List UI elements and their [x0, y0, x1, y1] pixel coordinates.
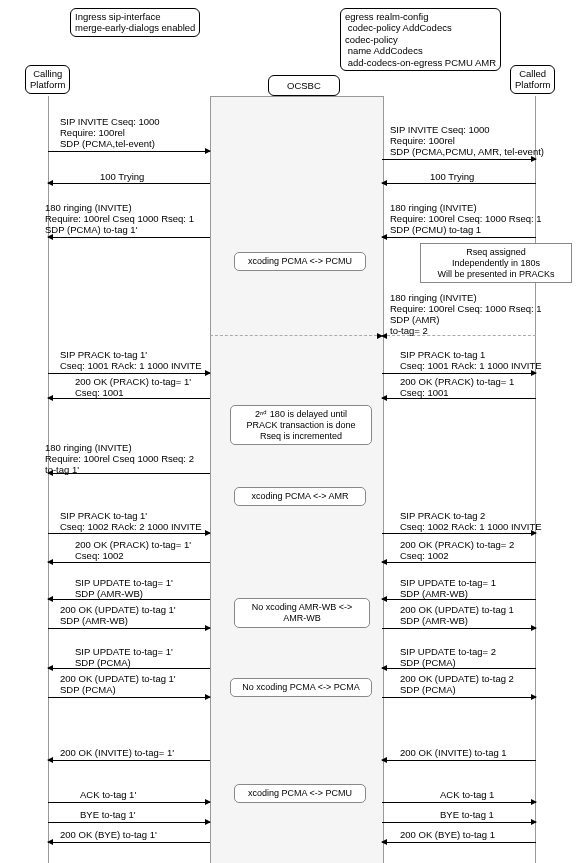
msg-200invite-l: 200 OK (INVITE) to-tag= 1': [60, 748, 174, 759]
msg-ack-l: ACK to-tag 1': [80, 790, 136, 801]
arrow: [48, 760, 210, 761]
arrow: [382, 697, 536, 698]
arrow: [48, 628, 210, 629]
msg-180-l2: 180 ringing (INVITE)Require: 100rel Cseq…: [45, 443, 194, 476]
ingress-config-box: Ingress sip-interfacemerge-early-dialogs…: [70, 8, 200, 37]
msg-update-r2: SIP UPDATE to-tag= 2SDP (PCMA): [400, 647, 496, 669]
msg-update-l1: SIP UPDATE to-tag= 1'SDP (AMR-WB): [75, 578, 173, 600]
arrow: [382, 533, 536, 534]
msg-200update-r1: 200 OK (UPDATE) to-tag 1SDP (AMR-WB): [400, 605, 514, 627]
called-platform-header: CalledPlatform: [510, 65, 555, 94]
msg-200prack-l2: 200 OK (PRACK) to-tag= 1'Cseq: 1002: [75, 540, 191, 562]
note-xcode3: xcoding PCMA <-> PCMU: [234, 784, 366, 803]
msg-100-l: 100 Trying: [100, 172, 144, 183]
arrow: [48, 183, 210, 184]
note-xcode1: xcoding PCMA <-> PCMU: [234, 252, 366, 271]
arrow: [382, 373, 536, 374]
msg-180-r1: 180 ringing (INVITE)Require: 100rel Cseq…: [390, 203, 542, 236]
msg-100-r: 100 Trying: [430, 172, 474, 183]
msg-180-l1: 180 ringing (INVITE)Require: 100rel Cseq…: [45, 203, 194, 236]
arrow: [382, 822, 536, 823]
note-noxcode2: No xcoding PCMA <-> PCMA: [230, 678, 372, 697]
msg-200prack-l1: 200 OK (PRACK) to-tag= 1'Cseq: 1001: [75, 377, 191, 399]
arrow: [382, 842, 536, 843]
msg-prack-l2: SIP PRACK to-tag 1'Cseq: 1002 RAck: 2 10…: [60, 511, 202, 533]
msg-180-r2: 180 ringing (INVITE)Require: 100rel Cseq…: [390, 293, 542, 337]
msg-200update-l2: 200 OK (UPDATE) to-tag 1'SDP (PCMA): [60, 674, 176, 696]
msg-prack-l1: SIP PRACK to-tag 1'Cseq: 1001 RAck: 1 10…: [60, 350, 202, 372]
msg-ack-r: ACK to-tag 1: [440, 790, 494, 801]
msg-prack-r2: SIP PRACK to-tag 2Cseq: 1002 RAck: 1 100…: [400, 511, 542, 533]
arrow: [48, 151, 210, 152]
arrow: [48, 842, 210, 843]
msg-prack-r1: SIP PRACK to-tag 1Cseq: 1001 RAck: 1 100…: [400, 350, 542, 372]
msg-200prack-r1: 200 OK (PRACK) to-tag= 1Cseq: 1001: [400, 377, 514, 399]
arrow: [48, 697, 210, 698]
note-delay: 2ⁿᵈ 180 is delayed untilPRACK transactio…: [230, 405, 372, 445]
note-xcode2: xcoding PCMA <-> AMR: [234, 487, 366, 506]
msg-200update-l1: 200 OK (UPDATE) to-tag 1'SDP (AMR-WB): [60, 605, 176, 627]
note-noxcode1: No xcoding AMR-WB <->AMR-WB: [234, 598, 370, 628]
arrow: [382, 183, 536, 184]
msg-200bye-r: 200 OK (BYE) to-tag 1: [400, 830, 495, 841]
arrow: [382, 760, 536, 761]
arrow: [48, 237, 210, 238]
calling-platform-header: CallingPlatform: [25, 65, 70, 94]
msg-invite-r: SIP INVITE Cseq: 1000Require: 100relSDP …: [390, 125, 544, 158]
arrow: [48, 822, 210, 823]
arrow: [382, 237, 536, 238]
arrow: [48, 802, 210, 803]
arrow: [382, 802, 536, 803]
note-rseq: Rseq assignedIndependently in 180sWill b…: [420, 243, 572, 283]
arrow: [48, 562, 210, 563]
msg-200bye-l: 200 OK (BYE) to-tag 1': [60, 830, 157, 841]
msg-bye-r: BYE to-tag 1: [440, 810, 494, 821]
egress-config-box: egress realm-config codec-policy AddCode…: [340, 8, 501, 71]
ocsbc-header: OCSBC: [268, 75, 340, 96]
msg-update-l2: SIP UPDATE to-tag= 1'SDP (PCMA): [75, 647, 173, 669]
arrow: [382, 159, 536, 160]
msg-200prack-r2: 200 OK (PRACK) to-tag= 2Cseq: 1002: [400, 540, 514, 562]
arrow: [210, 335, 382, 337]
ocsbc-bar: [210, 96, 384, 863]
msg-bye-l: BYE to-tag 1': [80, 810, 136, 821]
msg-200invite-r: 200 OK (INVITE) to-tag 1: [400, 748, 507, 759]
arrow: [48, 373, 210, 374]
msg-update-r1: SIP UPDATE to-tag= 1SDP (AMR-WB): [400, 578, 496, 600]
arrow: [382, 628, 536, 629]
arrow: [48, 533, 210, 534]
msg-invite-l: SIP INVITE Cseq: 1000Require: 100relSDP …: [60, 117, 160, 150]
msg-200update-r2: 200 OK (UPDATE) to-tag 2SDP (PCMA): [400, 674, 514, 696]
arrow: [382, 562, 536, 563]
